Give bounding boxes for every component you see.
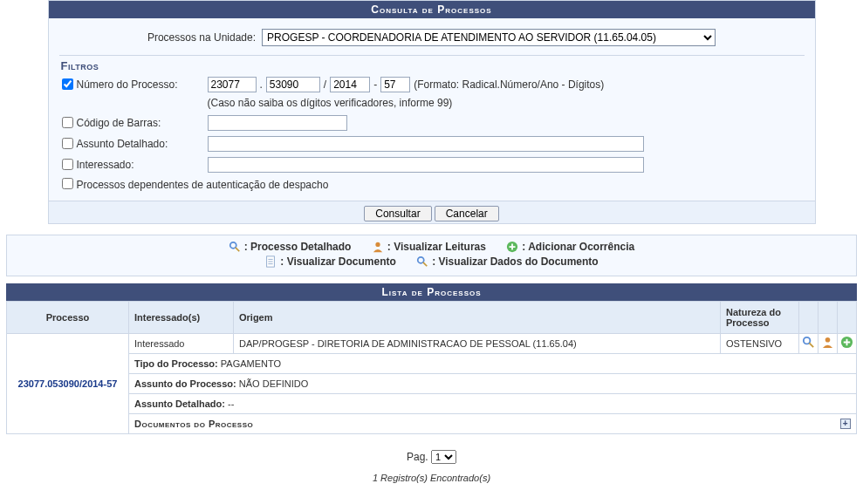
- expand-icon[interactable]: +: [840, 419, 851, 429]
- th-action3: [838, 302, 857, 334]
- table-header-row: Processo Interessado(s) Origem Natureza …: [7, 302, 857, 334]
- th-origem: Origem: [234, 302, 721, 334]
- assunto-input[interactable]: [208, 136, 644, 152]
- assunto-det-label: Assunto Detalhado:: [134, 398, 225, 409]
- interessado-input[interactable]: [208, 157, 644, 173]
- svg-point-10: [804, 337, 811, 344]
- formato-hint: (Formato: Radical.Número/Ano - Dígitos): [414, 78, 604, 91]
- barras-label: Código de Barras:: [77, 117, 208, 129]
- consulta-panel: Consulta de Processos Processos na Unida…: [48, 0, 816, 224]
- docs-header: Documentos do Processo: [134, 419, 253, 429]
- cell-interessado: Interessado: [129, 334, 234, 354]
- filter-interessado: Interessado:: [59, 154, 805, 175]
- dependentes-checkbox[interactable]: [62, 178, 73, 189]
- zoom-icon: [416, 255, 428, 268]
- zoom-icon[interactable]: [802, 336, 815, 349]
- zoom-icon: [229, 241, 241, 253]
- th-interessados: Interessado(s): [129, 302, 234, 334]
- add-icon: [506, 241, 518, 253]
- filter-barras: Código de Barras:: [59, 112, 805, 133]
- th-processo: Processo: [7, 302, 129, 334]
- consultar-button[interactable]: Consultar: [364, 206, 431, 221]
- digitos-input[interactable]: [380, 77, 410, 92]
- assunto-label: Assunto Detalhado:: [77, 138, 208, 150]
- th-natureza: Natureza do Processo: [721, 302, 799, 334]
- process-table: Processo Interessado(s) Origem Natureza …: [6, 301, 857, 434]
- table-subrow-assunto-proc: Assunto do Processo: NÃO DEFINIDO: [7, 374, 857, 394]
- cell-natureza: OSTENSIVO: [721, 334, 799, 354]
- legend-leituras: : Visualizar Leituras: [387, 241, 486, 253]
- unit-label: Processos na Unidade:: [147, 31, 256, 44]
- button-bar: Consultar Cancelar: [49, 201, 815, 223]
- list-title: Lista de Processos: [6, 283, 857, 301]
- table-row: 23077.053090/2014-57 Interessado DAP/PRO…: [7, 334, 857, 354]
- legend-add: : Adicionar Ocorrência: [522, 241, 634, 253]
- svg-point-0: [230, 242, 236, 249]
- svg-point-2: [375, 242, 380, 247]
- unit-select[interactable]: PROGESP - COORDENADORIA DE ATENDIMENTO A…: [262, 29, 716, 46]
- add-icon[interactable]: [840, 336, 853, 349]
- interessado-label: Interessado:: [77, 159, 208, 171]
- sep-dot: .: [260, 78, 263, 91]
- assunto-checkbox[interactable]: [62, 138, 73, 149]
- sep-dash: -: [373, 78, 377, 91]
- sep-slash: /: [324, 78, 326, 91]
- legend-docdata: : Visualizar Dados do Documento: [432, 255, 598, 268]
- radical-input[interactable]: [208, 77, 257, 92]
- legend-bar: : Processo Detalhado : Visualizar Leitur…: [6, 235, 857, 276]
- unit-row: Processos na Unidade: PROGESP - COORDENA…: [59, 24, 805, 55]
- table-subrow-tipo: Tipo do Processo: PAGAMENTO: [7, 354, 857, 374]
- legend-doc: : Visualizar Documento: [280, 255, 395, 268]
- numero-input[interactable]: [266, 77, 320, 92]
- assunto-det-val: --: [225, 398, 234, 409]
- tipo-val: PAGAMENTO: [218, 358, 281, 369]
- svg-line-1: [236, 248, 239, 251]
- barras-input[interactable]: [208, 115, 347, 131]
- pager-select[interactable]: 1: [431, 450, 456, 464]
- processo-link[interactable]: 23077.053090/2014-57: [18, 378, 118, 389]
- filter-numero: Número do Processo: . / - (Formato: Radi…: [59, 74, 805, 95]
- assunto-proc-label: Assunto do Processo:: [134, 378, 236, 389]
- cell-origem: DAP/PROGESP - DIRETORIA DE ADMINISTRACAO…: [234, 334, 721, 354]
- pager-label: Pag.: [407, 451, 431, 463]
- th-action2: [818, 302, 838, 334]
- svg-point-12: [825, 337, 831, 343]
- records-found: 1 Registro(s) Encontrado(s): [0, 467, 863, 488]
- verif-hint: (Caso não saiba os dígitos verificadores…: [59, 95, 805, 112]
- user-icon: [372, 241, 384, 253]
- assunto-proc-val: NÃO DEFINIDO: [236, 378, 309, 389]
- barras-checkbox[interactable]: [62, 117, 73, 128]
- table-subrow-assunto-det: Assunto Detalhado: --: [7, 394, 857, 414]
- svg-point-8: [418, 257, 424, 263]
- ano-input[interactable]: [330, 77, 370, 92]
- dependentes-label: Processos dependentes de autenticação de…: [77, 179, 329, 191]
- doc-icon: [264, 255, 277, 268]
- svg-line-11: [809, 343, 813, 347]
- pager: Pag. 1: [0, 434, 863, 467]
- panel-title: Consulta de Processos: [49, 1, 815, 18]
- interessado-checkbox[interactable]: [62, 159, 73, 170]
- numero-checkbox[interactable]: [62, 78, 73, 90]
- cancelar-button[interactable]: Cancelar: [435, 206, 499, 221]
- th-action1: [799, 302, 818, 334]
- svg-line-9: [423, 262, 427, 266]
- user-icon[interactable]: [821, 336, 834, 349]
- filter-dependentes: Processos dependentes de autenticação de…: [59, 175, 805, 194]
- numero-label: Número do Processo:: [77, 78, 208, 91]
- filter-assunto: Assunto Detalhado:: [59, 133, 805, 154]
- tipo-label: Tipo do Processo:: [134, 358, 218, 369]
- filtros-header: Filtros: [59, 55, 805, 74]
- legend-zoom: : Processo Detalhado: [244, 241, 352, 253]
- table-subrow-docs: Documentos do Processo +: [7, 414, 857, 434]
